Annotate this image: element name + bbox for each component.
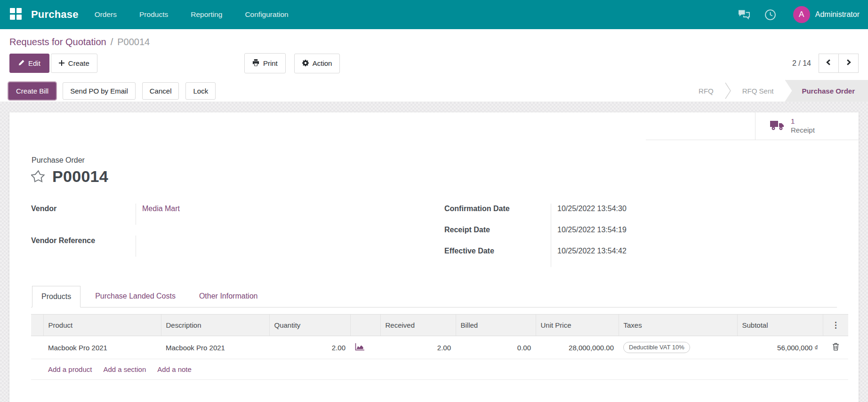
- product-cell[interactable]: Macbook Pro 2021: [43, 336, 161, 359]
- billed-cell[interactable]: 0.00: [456, 336, 536, 359]
- table-header-row: Product Description Quantity Received Bi…: [31, 315, 848, 336]
- page-background: 1 Receipt Purchase Order P00014: [0, 102, 868, 402]
- smart-button-box: 1 Receipt: [9, 112, 859, 140]
- send-po-by-email-button[interactable]: Send PO by Email: [63, 82, 136, 100]
- activities-clock-icon[interactable]: [764, 9, 776, 21]
- status-step-rfq-sent[interactable]: RFQ Sent: [731, 80, 785, 102]
- forecast-column-header: [350, 315, 380, 336]
- tab-products[interactable]: Products: [32, 286, 80, 307]
- step-chevron-icon: [725, 80, 731, 102]
- edit-button[interactable]: Edit: [9, 54, 49, 73]
- notebook: Products Purchase Landed Costs Other Inf…: [31, 286, 837, 380]
- page-title: P00014: [52, 167, 108, 186]
- systray: A Administrator: [738, 6, 860, 23]
- subtotal-column-header[interactable]: Subtotal: [737, 315, 823, 336]
- taxes-column-header[interactable]: Taxes: [619, 315, 737, 336]
- gear-icon: [302, 60, 309, 67]
- vendor-label: Vendor: [31, 204, 136, 225]
- optional-columns-toggle[interactable]: ⋮: [823, 315, 848, 336]
- tab-other-information[interactable]: Other Information: [190, 286, 267, 307]
- delete-line-button[interactable]: [823, 336, 848, 359]
- description-column-header[interactable]: Description: [161, 315, 269, 336]
- receipt-date-value[interactable]: 10/25/2022 13:54:19: [551, 225, 837, 246]
- field-grid: Vendor Media Mart Vendor Reference Confi…: [31, 204, 837, 267]
- tab-purchase-landed-costs[interactable]: Purchase Landed Costs: [86, 286, 185, 307]
- trash-icon: [832, 344, 839, 352]
- form-card: 1 Receipt Purchase Order P00014: [9, 112, 859, 402]
- breadcrumb-current: P00014: [117, 37, 150, 47]
- forecast-cell[interactable]: [350, 336, 380, 359]
- record-pager: 2 / 14: [792, 54, 859, 73]
- add-a-product-link[interactable]: Add a product: [48, 365, 92, 373]
- create-button[interactable]: Create: [51, 54, 97, 73]
- cancel-button[interactable]: Cancel: [142, 82, 179, 100]
- form-sheet: Purchase Order P00014 Vendor Media Mart …: [9, 140, 859, 380]
- vendor-value-link[interactable]: Media Mart: [136, 204, 332, 225]
- handle-column-header: [31, 315, 43, 336]
- tab-bar: Products Purchase Landed Costs Other Inf…: [31, 286, 837, 307]
- quantity-cell[interactable]: 2.00: [269, 336, 350, 359]
- received-cell[interactable]: 2.00: [380, 336, 456, 359]
- receipt-label: Receipt: [791, 126, 815, 135]
- plus-icon: [59, 60, 64, 67]
- menu-reporting[interactable]: Reporting: [191, 10, 222, 19]
- favorite-star-icon[interactable]: [31, 169, 46, 184]
- apps-menu-button[interactable]: [8, 7, 24, 23]
- truck-icon: [770, 119, 785, 133]
- taxes-cell[interactable]: Deductible VAT 10%: [619, 336, 737, 359]
- user-menu[interactable]: A Administrator: [793, 6, 860, 23]
- chevron-left-icon: [826, 59, 832, 68]
- quantity-column-header[interactable]: Quantity: [269, 315, 350, 336]
- status-bar: Create Bill Send PO by Email Cancel Lock…: [0, 80, 868, 102]
- status-step-rfq[interactable]: RFQ: [687, 80, 725, 102]
- status-pipeline: RFQ RFQ Sent Purchase Order: [687, 80, 868, 102]
- receipt-smart-button[interactable]: 1 Receipt: [755, 112, 859, 140]
- add-a-note-link[interactable]: Add a note: [157, 365, 192, 373]
- row-handle-cell: [31, 336, 43, 359]
- tax-badge[interactable]: Deductible VAT 10%: [623, 342, 690, 353]
- vendor-reference-value[interactable]: [136, 236, 332, 257]
- create-bill-button[interactable]: Create Bill: [8, 82, 56, 100]
- username-label: Administrator: [815, 10, 860, 19]
- add-a-section-link[interactable]: Add a section: [103, 365, 146, 373]
- add-line-row: Add a product Add a section Add a note: [31, 359, 848, 380]
- confirmation-date-value[interactable]: 10/25/2022 13:54:30: [551, 204, 837, 225]
- effective-date-value[interactable]: 10/25/2022 13:54:42: [551, 246, 837, 267]
- app-brand-title[interactable]: Purchase: [31, 8, 79, 21]
- receipt-date-label: Receipt Date: [444, 225, 551, 246]
- description-cell[interactable]: Macbook Pro 2021: [161, 336, 269, 359]
- top-menu: Orders Products Reporting Configuration: [95, 10, 289, 19]
- status-step-purchase-order[interactable]: Purchase Order: [785, 80, 868, 102]
- pager-next-button[interactable]: [838, 54, 859, 73]
- pager-previous-button[interactable]: [819, 54, 839, 73]
- control-panel: Edit Create Print Action 2 / 14: [0, 47, 868, 80]
- breadcrumb-separator: /: [111, 37, 113, 47]
- avatar[interactable]: A: [793, 6, 810, 23]
- unit-price-column-header[interactable]: Unit Price: [536, 315, 619, 336]
- receipt-count: 1: [791, 117, 815, 126]
- received-column-header[interactable]: Received: [380, 315, 456, 336]
- menu-products[interactable]: Products: [139, 10, 168, 19]
- product-column-header[interactable]: Product: [43, 315, 161, 336]
- print-button[interactable]: Print: [244, 53, 286, 73]
- odoo-purchase-app: Purchase Orders Products Reporting Confi…: [0, 0, 868, 402]
- printer-icon: [252, 59, 259, 67]
- unit-price-cell[interactable]: 28,000,000.00: [536, 336, 619, 359]
- pager-count: 2 / 14: [792, 59, 811, 68]
- menu-orders[interactable]: Orders: [95, 10, 117, 19]
- order-lines-table: Product Description Quantity Received Bi…: [31, 314, 848, 380]
- breadcrumb: Requests for Quotation / P00014: [0, 29, 868, 47]
- table-row[interactable]: Macbook Pro 2021 Macbook Pro 2021 2.00 2…: [31, 336, 848, 359]
- top-navbar: Purchase Orders Products Reporting Confi…: [0, 0, 868, 29]
- lock-button[interactable]: Lock: [185, 82, 216, 100]
- messages-icon[interactable]: [738, 9, 750, 20]
- effective-date-label: Effective Date: [444, 246, 551, 267]
- menu-configuration[interactable]: Configuration: [245, 10, 288, 19]
- subtotal-cell: 56,000,000 ₫: [737, 336, 823, 359]
- billed-column-header[interactable]: Billed: [456, 315, 536, 336]
- action-button[interactable]: Action: [294, 54, 340, 73]
- forecast-chart-icon[interactable]: [355, 344, 365, 352]
- breadcrumb-parent-link[interactable]: Requests for Quotation: [9, 37, 106, 47]
- document-type-label: Purchase Order: [32, 156, 837, 165]
- vendor-reference-label: Vendor Reference: [31, 236, 136, 257]
